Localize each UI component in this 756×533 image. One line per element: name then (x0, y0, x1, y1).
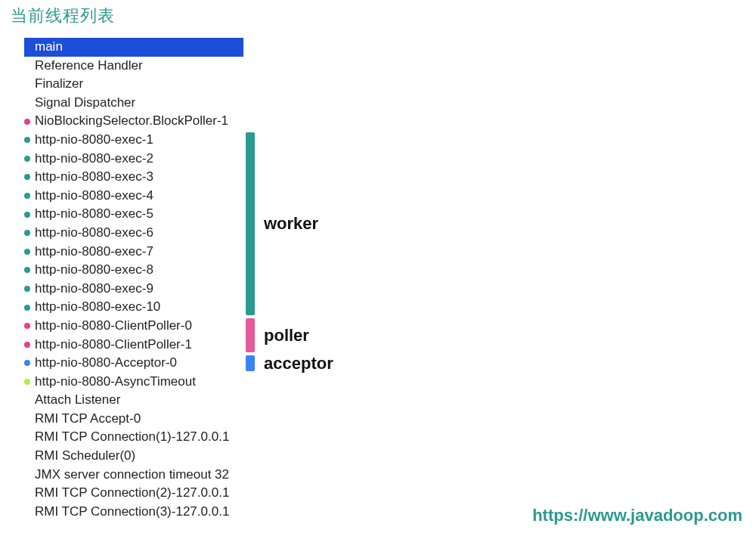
thread-row[interactable]: JMX server connection timeout 32 (24, 466, 243, 485)
thread-name: Finalizer (35, 75, 83, 94)
watermark: https://www.javadoop.com (532, 506, 742, 525)
thread-name: http-nio-8080-ClientPoller-0 (35, 317, 192, 336)
status-dot-icon (24, 193, 30, 199)
thread-row[interactable]: Signal Dispatcher (24, 94, 243, 113)
status-dot-icon (24, 156, 30, 162)
thread-name: http-nio-8080-exec-2 (35, 150, 153, 169)
thread-name: RMI TCP Connection(3)-127.0.0.1 (35, 503, 229, 522)
thread-row[interactable]: http-nio-8080-exec-1 (24, 131, 243, 150)
thread-name: http-nio-8080-exec-9 (35, 280, 153, 299)
thread-name: http-nio-8080-exec-10 (35, 298, 160, 317)
thread-name: JMX server connection timeout 32 (35, 466, 229, 485)
thread-name: http-nio-8080-exec-7 (35, 243, 153, 262)
thread-row[interactable]: RMI Scheduler(0) (24, 447, 243, 466)
status-dot-icon (24, 305, 30, 311)
thread-name: http-nio-8080-Acceptor-0 (35, 354, 177, 373)
thread-row[interactable]: http-nio-8080-exec-3 (24, 168, 243, 187)
thread-name: RMI Scheduler(0) (35, 447, 135, 466)
status-dot-icon (24, 286, 30, 292)
thread-name: Signal Dispatcher (35, 94, 135, 113)
thread-name: RMI TCP Connection(2)-127.0.0.1 (35, 484, 229, 503)
thread-row[interactable]: http-nio-8080-exec-4 (24, 187, 243, 206)
thread-row[interactable]: http-nio-8080-exec-8 (24, 261, 243, 280)
thread-row[interactable]: RMI TCP Connection(3)-127.0.0.1 (24, 503, 243, 522)
group-label: poller (264, 326, 309, 346)
group-bar (246, 132, 255, 315)
thread-row[interactable]: http-nio-8080-Acceptor-0 (24, 354, 243, 373)
thread-name: Attach Listener (35, 391, 120, 410)
thread-name: RMI TCP Connection(1)-127.0.0.1 (35, 428, 229, 447)
thread-row[interactable]: Finalizer (24, 75, 243, 94)
group-label: acceptor (264, 354, 333, 373)
thread-name: NioBlockingSelector.BlockPoller-1 (35, 112, 228, 131)
group-bar (246, 355, 255, 371)
thread-name: http-nio-8080-AsyncTimeout (35, 373, 196, 392)
status-dot-icon (24, 323, 30, 329)
thread-row[interactable]: main (24, 38, 243, 57)
thread-name: RMI TCP Accept-0 (35, 410, 141, 429)
thread-row[interactable]: http-nio-8080-exec-5 (24, 205, 243, 224)
thread-row[interactable]: http-nio-8080-exec-10 (24, 298, 243, 317)
thread-row[interactable]: http-nio-8080-exec-7 (24, 243, 243, 262)
status-dot-icon (24, 174, 30, 180)
thread-row[interactable]: http-nio-8080-exec-2 (24, 150, 243, 169)
thread-name: http-nio-8080-exec-3 (35, 168, 153, 187)
status-dot-icon (24, 119, 30, 125)
thread-row[interactable]: RMI TCP Accept-0 (24, 410, 243, 429)
thread-row[interactable]: http-nio-8080-AsyncTimeout (24, 373, 243, 392)
status-dot-icon (24, 342, 30, 348)
thread-row[interactable]: http-nio-8080-exec-6 (24, 224, 243, 243)
status-dot-icon (24, 267, 30, 273)
thread-row[interactable]: http-nio-8080-exec-9 (24, 280, 243, 299)
thread-row[interactable]: http-nio-8080-ClientPoller-0 (24, 317, 243, 336)
thread-row[interactable]: Attach Listener (24, 391, 243, 410)
thread-name: http-nio-8080-ClientPoller-1 (35, 336, 192, 355)
status-dot-icon (24, 137, 30, 143)
thread-row[interactable]: Reference Handler (24, 57, 243, 76)
thread-row[interactable]: RMI TCP Connection(2)-127.0.0.1 (24, 484, 243, 503)
thread-list: mainReference HandlerFinalizerSignal Dis… (24, 38, 243, 521)
thread-name: http-nio-8080-exec-8 (35, 261, 153, 280)
group-bar (246, 318, 255, 352)
status-dot-icon (24, 379, 30, 385)
thread-name: http-nio-8080-exec-6 (35, 224, 153, 243)
status-dot-icon (24, 230, 30, 236)
status-dot-icon (24, 212, 30, 218)
page-title: 当前线程列表 (11, 5, 115, 27)
thread-name: http-nio-8080-exec-1 (35, 131, 153, 150)
thread-row[interactable]: NioBlockingSelector.BlockPoller-1 (24, 112, 243, 131)
status-dot-icon (24, 360, 30, 366)
thread-row[interactable]: http-nio-8080-ClientPoller-1 (24, 336, 243, 355)
group-label: worker (264, 214, 318, 234)
thread-name: main (24, 38, 63, 57)
thread-name: http-nio-8080-exec-4 (35, 187, 153, 206)
thread-row[interactable]: RMI TCP Connection(1)-127.0.0.1 (24, 428, 243, 447)
status-dot-icon (24, 249, 30, 255)
thread-name: http-nio-8080-exec-5 (35, 205, 153, 224)
thread-name: Reference Handler (35, 57, 143, 76)
